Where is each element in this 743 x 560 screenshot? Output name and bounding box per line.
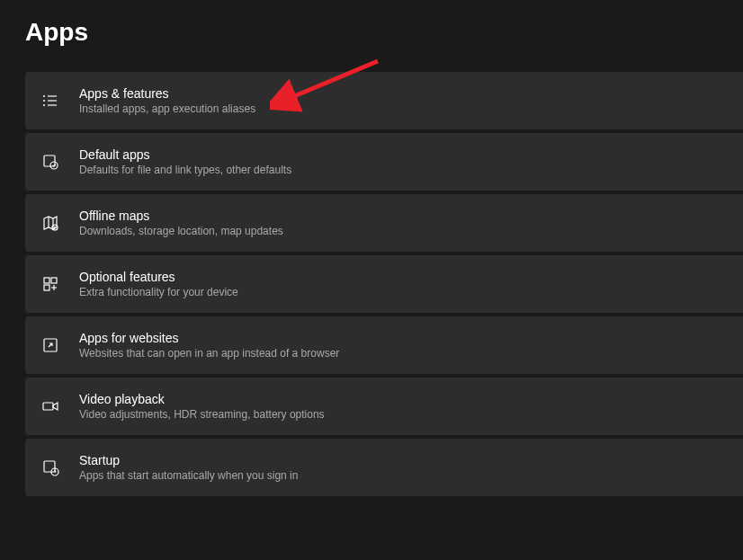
item-text: Apps for websites Websites that can open… <box>79 331 339 360</box>
item-desc: Extra functionality for your device <box>79 286 238 298</box>
svg-rect-18 <box>44 461 55 472</box>
item-text: Apps & features Installed apps, app exec… <box>79 86 255 115</box>
startup-icon <box>41 458 59 476</box>
item-title: Video playback <box>79 392 325 406</box>
item-title: Apps for websites <box>79 331 339 345</box>
item-text: Optional features Extra functionality fo… <box>79 270 238 298</box>
settings-item-offline-maps[interactable]: Offline maps Downloads, storage location… <box>25 194 743 252</box>
svg-rect-11 <box>44 278 49 283</box>
item-title: Default apps <box>79 147 291 162</box>
list-icon <box>41 92 59 110</box>
item-text: Startup Apps that start automatically wh… <box>79 453 298 482</box>
svg-rect-13 <box>44 285 49 290</box>
grid-plus-icon <box>41 275 59 293</box>
item-desc: Defaults for file and link types, other … <box>79 164 291 176</box>
item-desc: Apps that start automatically when you s… <box>79 469 298 482</box>
item-title: Offline maps <box>79 209 283 223</box>
video-icon <box>41 397 59 415</box>
settings-item-apps-features[interactable]: Apps & features Installed apps, app exec… <box>25 72 743 129</box>
settings-item-default-apps[interactable]: Default apps Defaults for file and link … <box>25 133 743 191</box>
page-title: Apps <box>25 18 743 47</box>
map-icon <box>41 214 59 232</box>
item-title: Apps & features <box>79 86 255 101</box>
default-apps-icon <box>41 153 59 171</box>
settings-item-video-playback[interactable]: Video playback Video adjustments, HDR st… <box>25 378 743 435</box>
open-external-icon <box>41 336 59 354</box>
settings-item-optional-features[interactable]: Optional features Extra functionality fo… <box>25 255 743 313</box>
svg-rect-17 <box>43 403 53 410</box>
settings-item-apps-websites[interactable]: Apps for websites Websites that can open… <box>25 316 743 374</box>
item-title: Optional features <box>79 270 238 284</box>
settings-list: Apps & features Installed apps, app exec… <box>25 72 743 496</box>
svg-rect-6 <box>44 156 55 166</box>
item-desc: Websites that can open in an app instead… <box>79 347 339 360</box>
item-text: Default apps Defaults for file and link … <box>79 147 291 176</box>
item-desc: Installed apps, app execution aliases <box>79 102 255 115</box>
item-text: Offline maps Downloads, storage location… <box>79 209 283 237</box>
item-desc: Downloads, storage location, map updates <box>79 225 283 237</box>
item-title: Startup <box>79 453 298 467</box>
item-desc: Video adjustments, HDR streaming, batter… <box>79 408 325 421</box>
settings-item-startup[interactable]: Startup Apps that start automatically wh… <box>25 439 743 496</box>
item-text: Video playback Video adjustments, HDR st… <box>79 392 325 421</box>
svg-rect-12 <box>51 278 57 283</box>
